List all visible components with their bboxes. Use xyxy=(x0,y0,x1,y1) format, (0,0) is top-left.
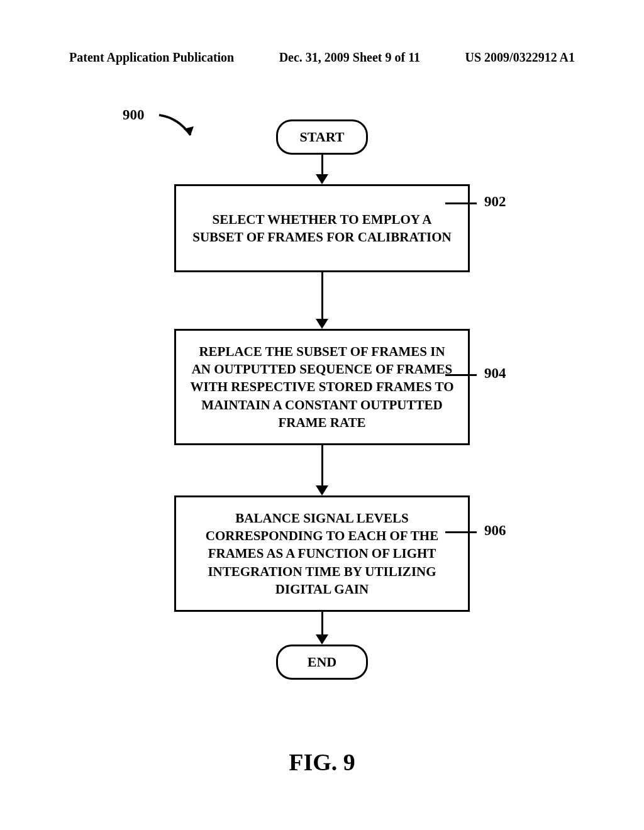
end-label: END xyxy=(308,654,336,670)
start-label: START xyxy=(300,129,345,145)
leader-3 xyxy=(445,531,477,533)
process-step-1-text: SELECT WHETHER TO EMPLOY A SUBSET OF FRA… xyxy=(189,211,455,246)
patent-page: Patent Application Publication Dec. 31, … xyxy=(0,0,644,830)
flowchart: START SELECT WHETHER TO EMPLOY A SUBSET … xyxy=(0,94,644,698)
figure-label: FIG. 9 xyxy=(0,748,644,776)
leader-1 xyxy=(445,202,477,204)
process-step-3: BALANCE SIGNAL LEVELS CORRESPONDING TO E… xyxy=(174,495,470,612)
header-right: US 2009/0322912 A1 xyxy=(465,50,575,65)
ref-904: 904 xyxy=(484,365,506,382)
leader-2 xyxy=(445,374,477,376)
ref-906: 906 xyxy=(484,523,506,539)
page-header: Patent Application Publication Dec. 31, … xyxy=(69,50,575,65)
process-step-2: REPLACE THE SUBSET OF FRAMES IN AN OUTPU… xyxy=(174,329,470,445)
header-center: Dec. 31, 2009 Sheet 9 of 11 xyxy=(279,50,420,65)
ref-902: 902 xyxy=(484,194,506,210)
process-step-1: SELECT WHETHER TO EMPLOY A SUBSET OF FRA… xyxy=(174,184,470,272)
header-left: Patent Application Publication xyxy=(69,50,234,65)
process-step-2-text: REPLACE THE SUBSET OF FRAMES IN AN OUTPU… xyxy=(189,343,455,432)
process-step-3-text: BALANCE SIGNAL LEVELS CORRESPONDING TO E… xyxy=(189,509,455,599)
end-node: END xyxy=(276,645,368,680)
start-node: START xyxy=(276,119,368,155)
